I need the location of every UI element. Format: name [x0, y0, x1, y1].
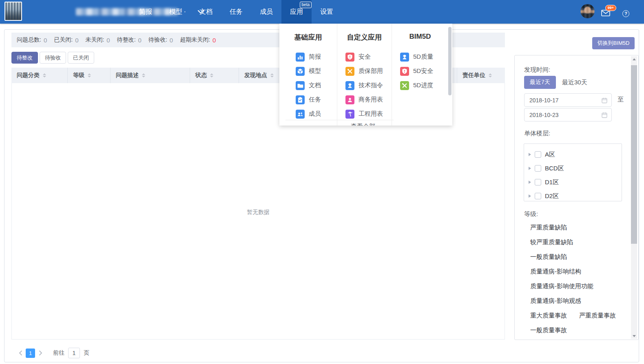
tree-node-label: BCD区: [545, 165, 564, 172]
app-menu-item[interactable]: 工程用表: [337, 107, 392, 121]
level-filter-item[interactable]: 质量通病-影响使用功能: [530, 282, 593, 290]
tree-checkbox[interactable]: [535, 165, 541, 172]
tree-node[interactable]: D1区: [524, 175, 622, 189]
level-filter-item[interactable]: 质量通病-影响结构: [530, 268, 581, 276]
tab-1[interactable]: 待整改: [11, 52, 38, 64]
column-label: 状态: [195, 72, 207, 79]
tree-checkbox[interactable]: [535, 151, 541, 158]
expand-arrow-icon[interactable]: [529, 181, 531, 184]
app-menu-item[interactable]: 5D质量: [392, 50, 448, 64]
filter-panel: 发现时间: 最近7天 最近30天 至 单体楼层: A区BCD区D1区D2区 等级…: [514, 55, 639, 340]
sort-caret-icon[interactable]: [270, 73, 274, 77]
nav-item-1[interactable]: 简报: [131, 0, 161, 24]
nav-item-label: 任务: [230, 8, 243, 15]
tree-node[interactable]: D2区: [524, 189, 622, 203]
sort-desc-icon: [88, 76, 91, 77]
nav-item-6[interactable]: 应用beta: [281, 0, 312, 24]
column-label: 等级: [73, 72, 84, 79]
switch-to-bim5d-button[interactable]: 切换到BIM5D: [592, 37, 635, 49]
tree-checkbox[interactable]: [535, 179, 541, 185]
nav-item-3[interactable]: 文档: [191, 0, 221, 24]
column-label: 发现地点: [244, 72, 267, 79]
sort-caret-icon[interactable]: [210, 73, 213, 77]
app-menu-item[interactable]: 任务: [279, 93, 337, 107]
user-avatar[interactable]: [580, 4, 595, 18]
range-7days-button[interactable]: 最近7天: [524, 76, 556, 89]
sort-caret-icon[interactable]: [489, 73, 492, 77]
prev-page-button[interactable]: [17, 348, 24, 358]
calendar-icon[interactable]: [601, 112, 608, 118]
level-filter-item[interactable]: 重大质量事故: [530, 312, 567, 320]
app-menu-item[interactable]: 文档: [279, 78, 337, 93]
nav-item-5[interactable]: 成员: [251, 0, 281, 24]
tree-node[interactable]: BCD区: [524, 161, 622, 175]
tab-3[interactable]: 已关闭: [68, 52, 94, 64]
sort-asc-icon: [270, 73, 274, 75]
level-filter-item[interactable]: 严重质量缺陷: [530, 224, 567, 232]
level-filter-item[interactable]: 质量通病-影响观感: [530, 297, 581, 305]
app-menu-item-label: 模型: [309, 67, 321, 75]
app-menu-item[interactable]: 商务用表: [337, 93, 392, 107]
expand-arrow-icon[interactable]: [529, 194, 531, 198]
calendar-icon[interactable]: [601, 97, 608, 104]
date-from-input[interactable]: [524, 93, 612, 107]
help-icon[interactable]: ?: [622, 10, 629, 17]
app-menu-item[interactable]: 5D进度: [392, 78, 448, 93]
column-label: 问题分类: [17, 72, 40, 79]
app-menu-item[interactable]: 技术指令: [337, 78, 392, 93]
scrollbar-thumb[interactable]: [631, 65, 637, 244]
tree-checkbox[interactable]: [535, 193, 541, 199]
level-filter-item[interactable]: 一般质量缺陷: [530, 253, 567, 261]
stat-item: 超期未关闭:0: [180, 36, 216, 44]
nav-item-7[interactable]: 设置: [312, 0, 342, 24]
app-menu-item-label: 任务: [309, 96, 321, 104]
next-page-button[interactable]: [37, 348, 44, 358]
app-menu-item[interactable]: 5D安全: [392, 64, 448, 78]
level-filter-item[interactable]: 严重质量事故: [579, 312, 616, 320]
stat-value: 0: [106, 37, 110, 44]
view-all-link[interactable]: 查看全部: [310, 123, 416, 126]
column-header[interactable]: 责任单位: [457, 68, 505, 83]
app-menu-item-label: 商务用表: [359, 96, 383, 104]
column-header[interactable]: 问题分类: [11, 68, 68, 83]
level-filter-item[interactable]: 一般质量事故: [530, 326, 567, 334]
tab-2[interactable]: 待验收: [40, 52, 66, 64]
scroll-up-arrow[interactable]: [631, 56, 637, 62]
app-menu-item[interactable]: 模型: [279, 64, 337, 78]
sort-asc-icon: [43, 73, 46, 75]
navbar-menu: 简报模型文档任务成员应用beta设置: [131, 0, 342, 24]
panel-scrollbar[interactable]: [631, 56, 637, 339]
dropdown-scrollbar-thumb[interactable]: [448, 27, 451, 95]
time-filter-label: 发现时间:: [524, 66, 550, 74]
tools-icon: [345, 67, 354, 76]
expand-arrow-icon[interactable]: [529, 167, 531, 170]
stat-item: 待验收:0: [148, 36, 173, 44]
column-header[interactable]: 状态: [190, 68, 239, 83]
column-header[interactable]: 等级: [68, 68, 111, 83]
app-menu-item[interactable]: 安全: [337, 50, 392, 64]
sort-caret-icon[interactable]: [88, 73, 91, 77]
date-to-input[interactable]: [524, 108, 612, 121]
sort-desc-icon: [270, 76, 274, 77]
sort-caret-icon[interactable]: [43, 73, 46, 77]
nav-item-2[interactable]: 模型: [161, 0, 191, 24]
tree-node[interactable]: A区: [524, 148, 622, 161]
beta-badge: beta: [300, 2, 312, 8]
nav-item-4[interactable]: 任务: [221, 0, 251, 24]
range-30days-button[interactable]: 最近30天: [562, 76, 587, 89]
app-menu-item[interactable]: 简报: [279, 50, 337, 64]
expand-arrow-icon[interactable]: [529, 153, 531, 156]
page-number-button[interactable]: 1: [26, 349, 35, 358]
scroll-down-arrow[interactable]: [631, 333, 637, 339]
nav-item-label: 模型: [169, 8, 182, 15]
chart-icon: [296, 53, 305, 62]
nav-item-label: 设置: [320, 8, 333, 15]
level-filter-item[interactable]: 较严重质量缺陷: [530, 238, 573, 246]
column-header[interactable]: 问题描述: [111, 68, 190, 83]
app-menu-item-label: 成员: [309, 110, 321, 118]
goto-page-input[interactable]: [68, 348, 80, 358]
app-menu-item[interactable]: 质保部用: [337, 64, 392, 78]
app-menu-item[interactable]: 成员: [279, 107, 337, 121]
app-menu-columns: 基础应用简报模型文档任务成员自定义应用安全质保部用技术指令商务用表工程用表BIM…: [279, 24, 452, 126]
sort-caret-icon[interactable]: [142, 73, 145, 77]
